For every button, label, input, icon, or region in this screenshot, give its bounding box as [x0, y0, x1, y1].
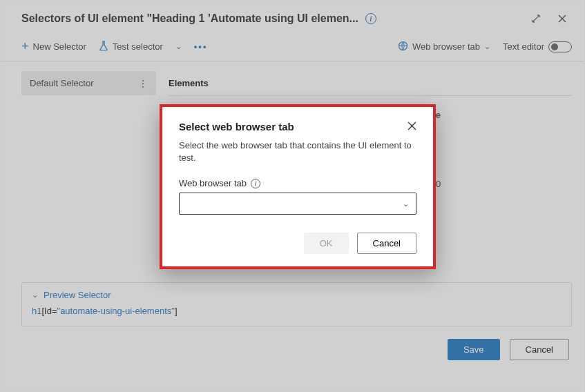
dialog-ok-button[interactable]: OK	[304, 233, 349, 254]
dialog-title: Select web browser tab	[179, 121, 294, 133]
browser-tab-select[interactable]: ⌄	[179, 193, 416, 215]
dialog-title-row: Select web browser tab	[179, 121, 416, 133]
dialog-cancel-button[interactable]: Cancel	[357, 233, 416, 254]
select-browser-tab-dialog: Select web browser tab Select the web br…	[162, 107, 433, 266]
dialog-field-label: Web browser tab i	[179, 178, 416, 188]
dialog-label-text: Web browser tab	[179, 178, 247, 188]
dialog-highlight: Select web browser tab Select the web br…	[160, 104, 436, 269]
close-icon	[407, 121, 416, 130]
dialog-description: Select the web browser tab that contains…	[179, 139, 416, 164]
dialog-footer: OK Cancel	[179, 233, 416, 254]
chevron-down-icon: ⌄	[403, 199, 409, 208]
dialog-close-button[interactable]	[407, 121, 416, 133]
info-icon[interactable]: i	[251, 179, 260, 188]
